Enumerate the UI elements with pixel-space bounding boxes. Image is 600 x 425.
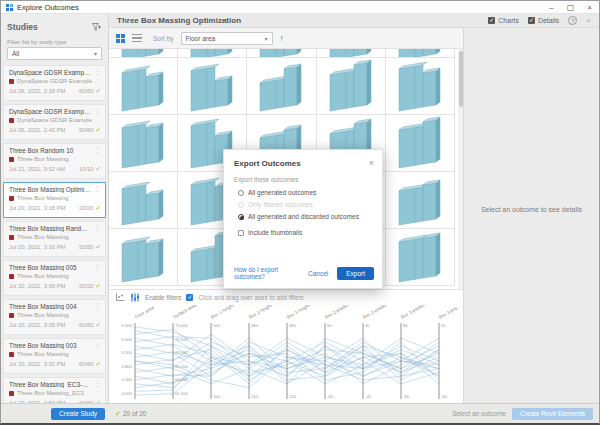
outcome-thumbnail[interactable] (109, 58, 178, 115)
outcome-thumbnail[interactable] (386, 172, 455, 229)
study-card-date: Jul 26, 2021, 2:18 PM (9, 88, 65, 94)
charts-checkbox[interactable]: ✓ Charts (488, 17, 519, 24)
study-card[interactable]: Three Box Massing 004⋮Three Box MassingJ… (3, 299, 106, 335)
study-type-select[interactable]: All ▾ (7, 47, 102, 60)
study-card[interactable]: Three Box Massing Randomize⋮Three Box Ma… (3, 221, 106, 257)
create-revit-elements-button[interactable]: Create Revit Elements (512, 408, 593, 420)
chart-text: 100 (213, 394, 221, 399)
check-icon: ✓ (96, 87, 101, 95)
study-card-subtitle: Three Box Massing (17, 195, 69, 201)
revit-file-icon (9, 157, 14, 162)
close-icon[interactable]: × (580, 1, 599, 14)
kebab-menu-icon[interactable]: ⋮ (91, 146, 101, 154)
outcome-thumbnail[interactable] (386, 49, 455, 58)
study-card-subtitle: DynaSpace GDSR Example with Roo... (17, 78, 101, 84)
panel-close-icon[interactable]: × (586, 16, 591, 25)
list-view-icon[interactable] (132, 34, 142, 43)
kebab-menu-icon[interactable]: ⋮ (91, 185, 101, 193)
grid-view-icon[interactable] (116, 34, 125, 43)
study-card[interactable]: DynaSpace GDSR Example with Roo...⋮DynaS… (3, 104, 106, 140)
add-filter-icon[interactable] (92, 18, 102, 36)
study-card[interactable]: DynaSpace GDSR Example with Roo...⋮DynaS… (3, 65, 106, 101)
sort-select[interactable]: Floor area ▾ (181, 32, 273, 45)
studies-sidebar: Studies Filter list by study type All ▾ … (1, 14, 109, 403)
export-help-link[interactable]: How do I export outcomes? (234, 266, 308, 280)
outcome-thumbnail[interactable] (386, 58, 455, 115)
scrollbar-thumb[interactable] (459, 51, 463, 107)
filter-hint: Click and drag over axes to add filters (198, 294, 303, 301)
chart-type-icon[interactable] (115, 293, 125, 302)
study-card[interactable]: Three Box Massing 003⋮Three Box MassingJ… (3, 338, 106, 374)
massing-3d-icon (247, 58, 316, 114)
outcome-count: 20 of 20 (123, 410, 147, 417)
dialog-close-icon[interactable]: × (369, 158, 374, 168)
chart-text: 5,600 (122, 337, 133, 342)
filter-label: Filter list by study type (1, 38, 108, 47)
studies-heading: Studies (7, 22, 38, 32)
outcome-thumbnail[interactable] (386, 229, 455, 286)
massing-3d-icon (386, 229, 455, 285)
create-study-button[interactable]: Create Study (51, 408, 105, 420)
cancel-button[interactable]: Cancel (308, 270, 328, 277)
massing-3d-icon (109, 229, 178, 285)
chart-text: 61,500 (175, 391, 188, 396)
kebab-menu-icon[interactable]: ⋮ (91, 302, 101, 310)
export-button[interactable]: Export (337, 267, 374, 280)
study-card[interactable]: Three Box Massing Optimization⋮Three Box… (3, 182, 106, 218)
study-card[interactable]: Three Box Massing_EC3-002⋮Three Box Mass… (3, 377, 106, 403)
outcome-thumbnail[interactable] (109, 229, 178, 286)
outcome-thumbnail[interactable] (109, 172, 178, 229)
checkbox-checked-icon: ✓ (488, 17, 495, 24)
details-checkbox[interactable]: ✓ Details (528, 17, 559, 24)
outcome-thumbnail[interactable] (317, 49, 386, 58)
massing-3d-icon (109, 58, 178, 114)
grid-scrollbar (458, 49, 463, 289)
massing-3d-icon (247, 49, 316, 58)
chart-text: Box 2 position y (362, 305, 393, 320)
view-toolbar: Sort by Floor area ▾ ↑ (109, 28, 463, 49)
outcome-thumbnail[interactable] (247, 58, 316, 115)
kebab-menu-icon[interactable]: ⋮ (91, 68, 101, 76)
study-card-count: 10/10 (79, 166, 94, 172)
kebab-menu-icon[interactable]: ⋮ (91, 107, 101, 115)
parallel-filter-icon[interactable] (130, 293, 140, 302)
chart-text: 480 (289, 323, 297, 328)
sort-value: Floor area (186, 35, 216, 42)
help-icon[interactable]: ? (568, 16, 577, 25)
massing-3d-icon (386, 58, 455, 114)
filter-bar: Enable filters ✓ Click and drag over axe… (109, 290, 463, 305)
study-card-subtitle: Three Box Massing_EC3 (17, 390, 84, 396)
study-card-subtitle: Three Box Massing (17, 156, 69, 162)
chart-text: 74,000 (175, 323, 188, 328)
kebab-menu-icon[interactable]: ⋮ (91, 380, 101, 388)
main-header: Three Box Massing Optimization ✓ Charts … (109, 14, 599, 28)
outcome-thumbnail[interactable] (178, 58, 247, 115)
study-card-count: 20/20 (79, 283, 94, 289)
check-icon: ✓ (96, 165, 101, 173)
kebab-menu-icon[interactable]: ⋮ (91, 341, 101, 349)
app-icon (6, 4, 13, 11)
radio-all-generated[interactable]: All generated outcomes (238, 189, 372, 196)
revit-file-icon (9, 118, 14, 123)
sort-ascending-icon[interactable]: ↑ (280, 34, 284, 43)
outcome-thumbnail[interactable] (317, 58, 386, 115)
chart-text: 69,000 (175, 350, 188, 355)
study-card-subtitle: Three Box Massing (17, 234, 69, 240)
include-thumbnails-checkbox[interactable]: Include thumbnails (238, 229, 372, 236)
maximize-icon[interactable]: ▢ (561, 1, 580, 14)
outcome-thumbnail[interactable] (109, 49, 178, 58)
outcome-thumbnail[interactable] (247, 49, 316, 58)
radio-all-generated-discarded[interactable]: All generated and discarded outcomes (238, 213, 372, 220)
outcome-thumbnail[interactable] (178, 49, 247, 58)
enable-filters-checkbox[interactable]: ✓ (186, 294, 193, 301)
checkbox-icon (238, 230, 244, 236)
study-card-count: 60/60 (79, 127, 94, 133)
study-card[interactable]: Three Box Random 10⋮Three Box MassingJul… (3, 143, 106, 179)
study-card[interactable]: Three Box Massing 005⋮Three Box MassingJ… (3, 260, 106, 296)
kebab-menu-icon[interactable]: ⋮ (91, 263, 101, 271)
kebab-menu-icon[interactable]: ⋮ (91, 224, 101, 232)
outcome-thumbnail[interactable] (109, 115, 178, 172)
study-card-date: Jul 20, 2021, 3:18 PM (9, 205, 65, 211)
minimize-icon[interactable]: – (542, 1, 561, 14)
outcome-thumbnail[interactable] (386, 115, 455, 172)
